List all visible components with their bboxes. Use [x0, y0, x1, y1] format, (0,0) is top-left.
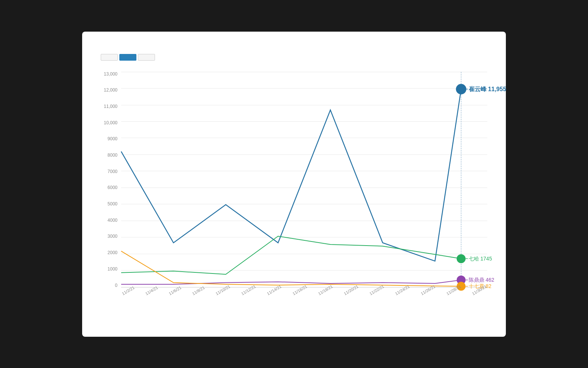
y-label: 13,000: [101, 72, 117, 76]
y-label: 10,000: [101, 121, 117, 125]
x-axis: 11/2/2111/4/2111/6/2111/8/2111/10/2111/1…: [121, 291, 487, 297]
y-label: 3000: [101, 234, 117, 239]
svg-point-1: [456, 84, 466, 94]
y-label: 7000: [101, 169, 117, 174]
svg-text:崔云峰 11,955: 崔云峰 11,955: [468, 86, 506, 92]
ranks-button[interactable]: [138, 54, 155, 61]
button-group: [101, 54, 487, 61]
chart-svg: 崔云峰 11,955七哈 1745陈鼎鼎 462十七君 82: [121, 72, 487, 287]
chart-area: 010002000300040005000600070008000900010,…: [101, 72, 487, 288]
replay-button[interactable]: [101, 54, 118, 61]
y-label: 4000: [101, 218, 117, 223]
y-label: 9000: [101, 137, 117, 141]
y-label: 8000: [101, 153, 117, 157]
chart-card: 010002000300040005000600070008000900010,…: [82, 32, 506, 337]
svg-text:七哈 1745: 七哈 1745: [469, 256, 492, 262]
y-label: 6000: [101, 185, 117, 190]
scores-button[interactable]: [119, 54, 136, 61]
y-label: 11,000: [101, 104, 117, 109]
chart-inner: 崔云峰 11,955七哈 1745陈鼎鼎 462十七君 82: [121, 72, 487, 288]
svg-point-4: [457, 254, 466, 263]
y-label: 0: [101, 283, 117, 288]
y-label: 12,000: [101, 88, 117, 92]
svg-text:陈鼎鼎 462: 陈鼎鼎 462: [469, 277, 494, 283]
y-label: 1000: [101, 267, 117, 271]
y-label: 5000: [101, 202, 117, 206]
y-label: 2000: [101, 250, 117, 255]
y-axis: 010002000300040005000600070008000900010,…: [101, 72, 121, 288]
